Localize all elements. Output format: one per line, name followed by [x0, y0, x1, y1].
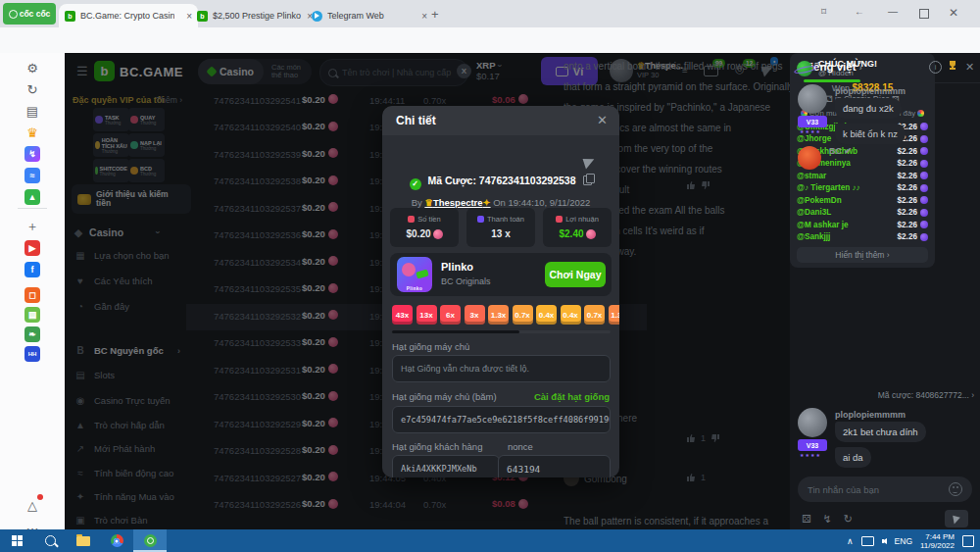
bcd-coin-icon: [920, 147, 928, 155]
rain-username[interactable]: @M ashkar je: [797, 221, 898, 229]
rain-username[interactable]: @PokemDn: [797, 196, 898, 205]
network-icon[interactable]: [861, 536, 874, 546]
chat-message-input[interactable]: Tin nhắn của bạn: [798, 477, 972, 502]
file-explorer-icon[interactable]: [67, 529, 100, 552]
reading-list-icon[interactable]: ▤: [24, 102, 41, 120]
planet-icon: [797, 61, 812, 76]
coccoc-menu-button[interactable]: cốc cốc: [3, 3, 56, 25]
start-button[interactable]: [0, 529, 33, 552]
nonce-field[interactable]: 643194: [498, 455, 611, 477]
multiplier-chip[interactable]: 0.7x: [584, 305, 605, 325]
browser-sidebar-strip: ⚙↻▤♛↯≈▲＋▶f◻▤❧HH△⋯: [0, 53, 66, 529]
multiplier-chip[interactable]: 0.7x: [513, 305, 533, 325]
coccoc-taskbar-icon[interactable]: [133, 529, 167, 552]
browser-tab[interactable]: bBC.Game: Crypto Casino Gam×: [59, 4, 198, 27]
share-icon[interactable]: [584, 157, 595, 168]
rain-amount: $2.26: [898, 147, 918, 156]
multiplier-chip[interactable]: 6x: [440, 305, 461, 325]
emoji-icon[interactable]: [949, 482, 962, 496]
multiplier-chip[interactable]: 43x: [392, 305, 413, 325]
chat-avatar[interactable]: [798, 408, 827, 437]
dice-icon[interactable]: ⚄: [802, 513, 811, 526]
browser-tab[interactable]: b$2,500 Prestige Plinko Challe×: [191, 4, 318, 27]
volume-icon[interactable]: [882, 538, 887, 544]
rain-row: @M ashkar je$2.26: [797, 219, 928, 231]
bet-user-link[interactable]: Thespectre: [433, 197, 483, 208]
close-window-button[interactable]: ✕: [949, 6, 958, 20]
rain-amount: $2.26: [898, 196, 918, 205]
tray-expand-icon[interactable]: ∧: [847, 536, 854, 546]
bcgame-site: ☰ b BC.GAME Casino Các môn thể thao Tên …: [65, 53, 790, 529]
bcd-coin-icon: [920, 123, 928, 130]
multiplier-chip[interactable]: 13x: [416, 305, 437, 325]
close-icon[interactable]: ✕: [597, 113, 608, 127]
set-seed-link[interactable]: Cài đặt hạt giống: [534, 391, 610, 402]
browser-tab[interactable]: Telegram Web×: [306, 4, 433, 27]
minimize-button[interactable]: —: [888, 6, 898, 17]
game-name: Plinko: [441, 261, 473, 273]
stat-box-1: Thanh toán13 x: [466, 208, 535, 247]
games-icon[interactable]: ▲: [24, 188, 41, 206]
trophy-icon[interactable]: [947, 60, 958, 74]
messenger-icon[interactable]: ↯: [24, 145, 41, 163]
bc-name: BC ✔: [829, 146, 852, 156]
refresh-icon[interactable]: ↻: [844, 513, 853, 526]
show-more-button[interactable]: Hiển thị thêm ›: [797, 247, 928, 263]
tab-close-icon[interactable]: ×: [421, 11, 427, 22]
stat-label: Số tiền: [390, 215, 459, 224]
game-row: Plinko Plinko BC Originals Chơi Ngay: [390, 253, 612, 296]
multiplier-chip[interactable]: 3x: [465, 305, 485, 325]
bet-id-line: ✓ Mã Cược: 74762341103292538: [382, 175, 619, 190]
server-seed-hash-label: Hạt giống máy chủ (băm): [392, 391, 497, 402]
maximize-button[interactable]: [919, 9, 929, 19]
multiplier-chip[interactable]: 1.3x: [609, 305, 620, 325]
plinko-thumbnail[interactable]: Plinko: [397, 257, 432, 292]
bet-reference-link[interactable]: Mã cược: 8408627772... ›: [829, 390, 974, 400]
chat-panel: Tiếng việt › i ✕ V33★★★★ploplopiemmmmđan…: [790, 53, 980, 529]
server-seed-field[interactable]: Hạt Giống vẫn chưa được tiết lộ.: [392, 355, 611, 382]
modal-title: Chi tiết: [396, 114, 436, 127]
chart-icon[interactable]: ≈: [24, 167, 41, 184]
multiplier-chip[interactable]: 1.3x: [488, 305, 509, 325]
settings-icon[interactable]: ⚙: [24, 59, 41, 76]
rain-username[interactable]: @stmar: [797, 172, 898, 180]
notification-center-icon[interactable]: [962, 535, 974, 547]
chat-bubble: đang đu x2k: [835, 98, 902, 119]
youtube-icon[interactable]: ▶: [24, 239, 41, 257]
server-seed-hash-field[interactable]: e7c459474fa77ae5ce9e6218f5f8ceff4086f991…: [392, 406, 611, 433]
send-button[interactable]: [945, 510, 968, 527]
tab-search-icon[interactable]: ⌑: [821, 6, 826, 17]
stat-value: 13 x: [466, 228, 535, 239]
rules-icon[interactable]: ↯: [823, 513, 832, 526]
language-indicator[interactable]: ENG: [895, 536, 912, 546]
chat-close-icon[interactable]: ✕: [965, 61, 974, 74]
add-icon[interactable]: ＋: [24, 218, 41, 235]
rain-username[interactable]: @Sankjjj: [797, 232, 898, 241]
client-seed-field[interactable]: AkiA4XKKPJMXeNb: [392, 455, 500, 477]
chat-avatar[interactable]: [798, 84, 827, 114]
clock[interactable]: 7:44 PM11/9/2022: [920, 532, 955, 550]
facebook-icon[interactable]: f: [24, 261, 41, 278]
taskbar-search-icon[interactable]: [33, 529, 67, 552]
rain-username[interactable]: @Dani3L: [797, 208, 898, 217]
leaf-app-icon[interactable]: ❧: [24, 326, 41, 343]
browser-toolbar: ← → ↻ bc.game/vi/game/plinko ↧A↗☆⛊↓✚⚇↓: [0, 27, 980, 54]
history-icon[interactable]: ↻: [24, 80, 41, 98]
multiplier-chip[interactable]: 0.4x: [561, 305, 581, 325]
bet-byline: By ♛Thespectre✦ On 19:44:10, 9/11/2022: [382, 197, 619, 208]
shop-app-icon[interactable]: ◻: [24, 286, 41, 304]
chrome-icon[interactable]: [100, 529, 133, 552]
multiplier-chip[interactable]: 0.4x: [536, 305, 557, 325]
rain-username[interactable]: @♪ Tiergarten ♪♪: [797, 183, 898, 192]
notes-app-icon[interactable]: ▤: [24, 306, 41, 324]
bell-icon[interactable]: △: [24, 496, 41, 514]
copy-icon[interactable]: [583, 176, 592, 185]
tab-title: $2,500 Prestige Plinko Challe: [213, 11, 302, 21]
stocks-app-icon[interactable]: HH: [24, 345, 41, 363]
chat-info-icon[interactable]: i: [929, 61, 942, 74]
telegram-favicon-icon: [312, 11, 322, 22]
vip-crown-icon[interactable]: ♛: [24, 124, 41, 141]
window-back-icon[interactable]: ←: [855, 6, 864, 17]
new-tab-button[interactable]: +: [431, 7, 439, 22]
play-now-button[interactable]: Chơi Ngay: [545, 262, 606, 287]
